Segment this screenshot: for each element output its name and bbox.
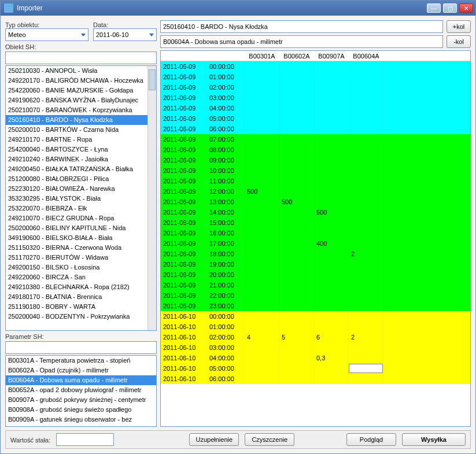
value-cell[interactable]	[349, 176, 383, 186]
value-cell[interactable]	[314, 113, 349, 124]
date-cell[interactable]: 2011-06-10	[161, 332, 207, 342]
filter-obiekt-input[interactable]	[5, 51, 157, 64]
value-cell[interactable]: 400	[314, 238, 349, 249]
value-cell[interactable]	[279, 134, 314, 145]
value-cell[interactable]	[314, 374, 349, 384]
value-cell[interactable]	[245, 93, 279, 103]
list-item[interactable]: B00652A - opad 2 dobowy pluwiograf - mil…	[6, 385, 156, 395]
listbox-parametry[interactable]: B00301A - Temperatura powietrza - stopie…	[5, 355, 157, 427]
date-cell[interactable]: 2011-06-09	[161, 249, 207, 259]
value-cell[interactable]	[279, 363, 314, 374]
time-cell[interactable]: 05:00:00	[207, 113, 245, 124]
value-cell[interactable]	[279, 82, 314, 93]
czyszczenie-button[interactable]: Czyszczenie	[245, 433, 294, 446]
value-cell[interactable]	[245, 103, 279, 113]
value-cell[interactable]	[349, 238, 383, 249]
time-cell[interactable]: 03:00:00	[207, 93, 245, 103]
value-cell[interactable]	[314, 342, 349, 353]
time-cell[interactable]: 00:00:00	[207, 61, 245, 72]
list-item[interactable]: B00602A - Opad (czujnik) - milimetr	[6, 366, 156, 375]
value-cell[interactable]	[245, 72, 279, 82]
value-cell[interactable]	[314, 103, 349, 113]
value-cell[interactable]	[314, 228, 349, 238]
column-header[interactable]: B00602A	[279, 51, 314, 61]
value-cell[interactable]	[349, 374, 383, 384]
date-cell[interactable]: 2011-06-09	[161, 186, 207, 197]
time-cell[interactable]: 16:00:00	[207, 228, 245, 238]
time-cell[interactable]: 04:00:00	[207, 353, 245, 363]
value-cell[interactable]	[245, 134, 279, 145]
wysylka-button[interactable]: Wysyłka	[402, 433, 466, 446]
list-item[interactable]: B00908A - grubość śniegu świeżo spadłego	[6, 405, 156, 415]
list-item[interactable]: 252230120 - BIAŁOWIEŻA - Narewka	[6, 184, 156, 194]
value-cell[interactable]	[314, 155, 349, 165]
scrollbar-thumb[interactable]	[149, 69, 156, 90]
value-cell[interactable]	[279, 290, 314, 301]
value-cell[interactable]	[279, 124, 314, 134]
data-grid[interactable]: B00301AB00602AB00907AB00604A2011-06-0900…	[160, 50, 471, 427]
value-cell[interactable]	[349, 155, 383, 165]
date-cell[interactable]: 2011-06-10	[161, 322, 207, 332]
scrollbar[interactable]	[147, 66, 156, 330]
value-cell[interactable]	[245, 322, 279, 332]
list-item[interactable]: 249200150 - BILSKO - Łososina	[6, 263, 156, 272]
value-cell[interactable]	[279, 249, 314, 259]
value-cell[interactable]	[279, 207, 314, 217]
value-cell[interactable]	[279, 113, 314, 124]
value-cell[interactable]	[314, 72, 349, 82]
list-item[interactable]: 249210380 - BLECHNARKA - Ropa (2182)	[6, 282, 156, 292]
podglad-button[interactable]: Podgląd	[346, 433, 396, 446]
value-cell[interactable]	[349, 228, 383, 238]
list-item[interactable]: 249190620 - BAŃSKA WYŻNA - BiałyDunajec	[6, 95, 156, 105]
date-cell[interactable]: 2011-06-09	[161, 228, 207, 238]
list-item[interactable]: 251150320 - BIERNA - Czerwona Woda	[6, 243, 156, 253]
value-cell[interactable]	[314, 176, 349, 186]
value-cell[interactable]: 4	[245, 332, 279, 342]
value-cell[interactable]: 2	[349, 249, 383, 259]
time-cell[interactable]: 13:00:00	[207, 197, 245, 207]
value-cell[interactable]	[314, 61, 349, 72]
filter-parametr-input[interactable]	[5, 341, 157, 354]
date-cell[interactable]: 2011-06-09	[161, 165, 207, 176]
value-cell[interactable]	[314, 134, 349, 145]
column-header[interactable]: B00604A	[349, 51, 383, 61]
value-cell[interactable]	[314, 280, 349, 290]
value-cell[interactable]: 2	[349, 332, 383, 342]
list-item[interactable]: 251190180 - BOBRY - WARTA	[6, 302, 156, 312]
list-item[interactable]: B00301A - Temperatura powietrza - stopie…	[6, 356, 156, 366]
date-cell[interactable]: 2011-06-09	[161, 301, 207, 311]
value-cell[interactable]	[245, 145, 279, 155]
value-cell[interactable]	[279, 93, 314, 103]
value-cell[interactable]	[279, 103, 314, 113]
list-item[interactable]: 249200450 - BIAŁKA TATRZAŃSKA - Białka	[6, 164, 156, 174]
value-cell[interactable]	[279, 259, 314, 270]
time-cell[interactable]: 05:00:00	[207, 363, 245, 374]
date-cell[interactable]: 2011-06-09	[161, 155, 207, 165]
combo-typ-obiektu[interactable]: Meteo	[5, 28, 88, 41]
list-item[interactable]: 249180170 - BŁATNIA - Brennica	[6, 292, 156, 302]
remove-column-button[interactable]: -kol	[447, 35, 471, 48]
date-cell[interactable]: 2011-06-10	[161, 311, 207, 322]
value-cell[interactable]	[349, 145, 383, 155]
value-cell[interactable]	[314, 186, 349, 197]
value-cell[interactable]	[245, 124, 279, 134]
date-cell[interactable]: 2011-06-09	[161, 290, 207, 301]
value-cell[interactable]	[279, 228, 314, 238]
value-cell[interactable]	[245, 165, 279, 176]
value-cell[interactable]	[314, 363, 349, 374]
value-cell[interactable]	[314, 301, 349, 311]
value-cell[interactable]	[279, 301, 314, 311]
time-cell[interactable]: 01:00:00	[207, 72, 245, 82]
value-cell[interactable]	[314, 311, 349, 322]
list-item[interactable]: 250160410 - BARDO - Nysa Kłodzka	[6, 115, 156, 125]
value-cell[interactable]	[349, 217, 383, 228]
value-cell[interactable]	[349, 165, 383, 176]
value-cell[interactable]	[349, 342, 383, 353]
time-cell[interactable]: 04:00:00	[207, 103, 245, 113]
column-header[interactable]: B00301A	[245, 51, 279, 61]
value-cell[interactable]	[349, 72, 383, 82]
value-cell[interactable]	[279, 353, 314, 363]
time-cell[interactable]: 06:00:00	[207, 374, 245, 384]
time-cell[interactable]: 00:00:00	[207, 311, 245, 322]
list-item[interactable]: 249220060 - BIRCZA - San	[6, 272, 156, 282]
